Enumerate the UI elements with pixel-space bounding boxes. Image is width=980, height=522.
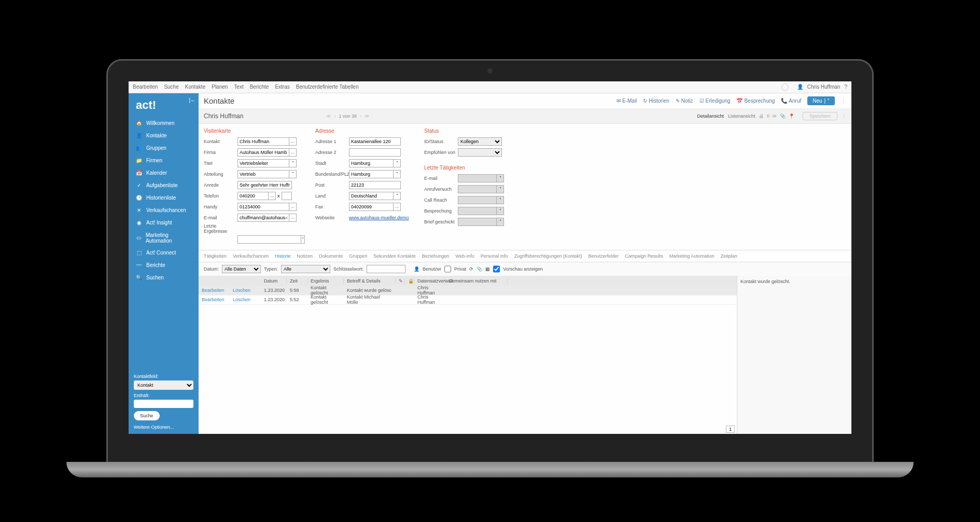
titel-input[interactable]	[237, 159, 289, 167]
sidebar-item-kontakte[interactable]: 👤Kontakte	[129, 130, 199, 142]
menu-kontakte[interactable]: Kontakte	[185, 84, 205, 90]
copy-icon[interactable]: ⎘	[767, 114, 769, 119]
col-header[interactable]: Betreff & Details	[344, 278, 396, 284]
preview-check[interactable]	[493, 265, 500, 273]
firma-dd[interactable]: …	[289, 148, 297, 157]
col-header[interactable]: Datum	[261, 278, 287, 284]
lt-anruf[interactable]	[458, 185, 497, 193]
lt-besp[interactable]	[458, 207, 497, 215]
sidebar-item-berichte[interactable]: 〰Berichte	[129, 259, 199, 272]
sidebar-item-historienliste[interactable]: 🕐Historienliste	[129, 192, 199, 204]
tab-webinfo[interactable]: Web-Info	[455, 253, 474, 259]
key-filter[interactable]	[367, 265, 405, 273]
pager-prev-icon[interactable]: ‹	[334, 114, 335, 119]
idstatus-select[interactable]: Kollegen	[458, 137, 502, 146]
sidebar-item-kalender[interactable]: 📅Kalender	[129, 167, 199, 179]
menu-bearbeiten[interactable]: Bearbeiten	[133, 84, 158, 90]
tab-sekundrekontakte[interactable]: Sekundäre Kontakte	[373, 253, 416, 259]
typen-filter[interactable]: Alle	[281, 265, 330, 273]
attach-icon-2[interactable]: 📎	[477, 266, 482, 272]
pin-icon[interactable]: 📍	[789, 114, 794, 119]
tab-gruppen[interactable]: Gruppen	[349, 253, 367, 259]
user-name[interactable]: Chris Huffman	[807, 84, 841, 90]
sidebar-item-verkaufschancen[interactable]: ✕Verkaufschancen	[129, 204, 199, 217]
col-header[interactable]: 🔒	[405, 278, 414, 284]
plz-input[interactable]	[349, 170, 394, 178]
menu-suche[interactable]: Suche	[164, 84, 178, 90]
col-header[interactable]: ✎	[396, 278, 405, 284]
stadt-input[interactable]	[349, 159, 394, 167]
enthaelt-input[interactable]	[134, 400, 193, 408]
email-input[interactable]	[237, 214, 289, 222]
handy-input[interactable]	[237, 203, 289, 211]
detail-view[interactable]: Detailansicht	[697, 114, 724, 119]
sidebar-item-actconnect[interactable]: ⬚Act! Connect	[129, 247, 199, 259]
menu-text[interactable]: Text	[234, 84, 243, 90]
land-input[interactable]	[349, 192, 394, 200]
tab-beziehungen[interactable]: Beziehungen	[422, 253, 450, 259]
lt-email[interactable]	[458, 174, 497, 182]
col-header[interactable]: Zeit	[287, 278, 307, 284]
refresh-icon[interactable]: ⟳	[469, 266, 473, 272]
abteilung-input[interactable]	[237, 170, 289, 178]
fax-input[interactable]	[349, 203, 394, 211]
menu-benutzerdefinierte tabellen[interactable]: Benutzerdefinierte Tabellen	[296, 84, 359, 90]
adresse2-input[interactable]	[349, 148, 401, 157]
menu-planen[interactable]: Planen	[212, 84, 228, 90]
telefon-ext[interactable]	[282, 192, 292, 200]
notiz-action[interactable]: ✎ Notiz	[676, 98, 693, 104]
tab-ttigkeiten[interactable]: Tätigkeiten	[204, 253, 227, 259]
titel-dd[interactable]: ˅	[289, 159, 297, 167]
datum-filter[interactable]: Alle Daten	[222, 265, 261, 273]
table-row[interactable]: BearbeitenLöschen1.23.20205:58Kontakt ge…	[199, 286, 737, 295]
besprechung-action[interactable]: 📅 Besprechung	[736, 98, 775, 104]
collapse-icon[interactable]: |←	[189, 97, 195, 103]
more-options[interactable]: Weitere Optionen...	[134, 425, 193, 430]
abteilung-dd[interactable]: ˅	[289, 170, 297, 178]
historien-action[interactable]: ↻ Historien	[643, 98, 669, 104]
col-header[interactable]: Ergebnis	[307, 278, 344, 284]
col-header[interactable]: Gemeinsam nutzen mit	[445, 278, 508, 284]
menu-berichte[interactable]: Berichte	[250, 84, 269, 90]
post-input[interactable]	[349, 181, 401, 189]
mail-icon[interactable]: ✉	[773, 114, 777, 119]
tab-dokumente[interactable]: Dokumente	[319, 253, 343, 259]
email-action[interactable]: ✉ E-Mail	[617, 98, 637, 104]
more-icon-2[interactable]: ⋮	[842, 114, 846, 119]
table-row[interactable]: BearbeitenLöschen1.23.20205:52Kontakt ge…	[199, 295, 737, 305]
anrede-input[interactable]	[237, 181, 292, 189]
kontakt-dd[interactable]: …	[289, 137, 297, 146]
pager-next-icon[interactable]: ›	[360, 114, 361, 119]
telefon-input[interactable]	[237, 192, 269, 200]
sidebar-item-aufgabenliste[interactable]: ✓Aufgabenliste	[129, 179, 199, 192]
tab-benutzerfelder[interactable]: Benutzerfelder	[589, 253, 619, 259]
lt-call[interactable]	[458, 196, 497, 204]
kontakt-input[interactable]	[237, 137, 289, 146]
firma-input[interactable]	[237, 148, 289, 157]
pager-first-icon[interactable]: ≪	[326, 114, 331, 119]
more-icon[interactable]: ⋮	[841, 98, 846, 104]
pager-last-icon[interactable]: ≫	[365, 114, 369, 119]
col-header[interactable]: Datensatzverwalt	[414, 278, 445, 284]
tab-zugriffsberechtigungenkontakt[interactable]: Zugriffsberechtigungen (Kontakt)	[514, 253, 582, 259]
sidebar-item-actinsight[interactable]: ◉Act! Insight	[129, 217, 199, 229]
neu-button[interactable]: Neu | ˅	[807, 96, 835, 105]
sidebar-item-willkommen[interactable]: 🏠Willkommen	[129, 117, 199, 130]
cal-icon[interactable]: ▦	[485, 266, 490, 272]
anruf-action[interactable]: 📞 Anruf	[781, 98, 801, 104]
menu-extras[interactable]: Extras	[275, 84, 289, 90]
erledigung-action[interactable]: ☑ Erledigung	[699, 98, 731, 104]
page-number[interactable]: 1	[726, 426, 735, 433]
sidebar-item-suchen[interactable]: 🔍Suchen	[129, 272, 199, 284]
privat-check[interactable]	[444, 265, 451, 273]
list-view[interactable]: Listenansicht	[728, 114, 755, 119]
search-icon[interactable]	[781, 83, 789, 91]
sidebar-item-gruppen[interactable]: 👥Gruppen	[129, 142, 199, 154]
kontaktfeld-select[interactable]: Kontakt	[134, 380, 193, 390]
save-button[interactable]: Speichern	[803, 112, 837, 120]
tab-campaignresults[interactable]: Campaign Results	[625, 253, 663, 259]
tab-zeitplan[interactable]: Zeitplan	[721, 253, 737, 259]
letzte-input[interactable]	[237, 235, 301, 244]
sidebar-item-marketingautomation[interactable]: ▭Marketing Automation	[129, 229, 199, 247]
tab-personalinfo[interactable]: Personal Info	[481, 253, 508, 259]
